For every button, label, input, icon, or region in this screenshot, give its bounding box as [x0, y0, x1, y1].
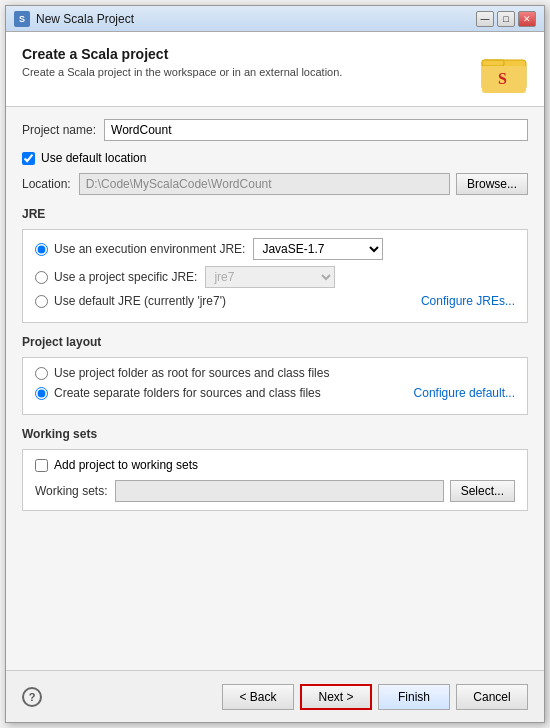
add-working-sets-checkbox[interactable] — [35, 459, 48, 472]
default-location-row: Use default location — [22, 151, 528, 165]
configure-default-link[interactable]: Configure default... — [414, 386, 515, 400]
jre-section-box: Use an execution environment JRE: JavaSE… — [22, 229, 528, 323]
add-working-sets-row: Add project to working sets — [35, 458, 515, 472]
layout-separate-row: Create separate folders for sources and … — [35, 386, 515, 400]
window-controls: — □ ✕ — [476, 11, 536, 27]
jre-env-radio[interactable] — [35, 243, 48, 256]
jre-env-dropdown[interactable]: JavaSE-1.7 JavaSE-1.6 JavaSE-1.8 — [253, 238, 383, 260]
maximize-button[interactable]: □ — [497, 11, 515, 27]
jre-specific-row: Use a project specific JRE: jre7 — [35, 266, 515, 288]
location-input[interactable] — [79, 173, 450, 195]
jre-default-label: Use default JRE (currently 'jre7') — [54, 294, 226, 308]
project-name-row: Project name: — [22, 119, 528, 141]
jre-env-label: Use an execution environment JRE: — [54, 242, 245, 256]
location-label: Location: — [22, 177, 71, 191]
configure-jres-link[interactable]: Configure JREs... — [421, 294, 515, 308]
jre-specific-dropdown[interactable]: jre7 — [205, 266, 335, 288]
jre-specific-label: Use a project specific JRE: — [54, 270, 197, 284]
working-sets-title: Working sets — [22, 427, 528, 441]
working-sets-input[interactable] — [115, 480, 443, 502]
project-name-label: Project name: — [22, 123, 96, 137]
footer-left: ? — [22, 687, 42, 707]
content-area: Project name: Use default location Locat… — [6, 107, 544, 670]
working-sets-field-row: Working sets: Select... — [35, 480, 515, 502]
browse-button[interactable]: Browse... — [456, 173, 528, 195]
jre-env-row: Use an execution environment JRE: JavaSE… — [35, 238, 515, 260]
select-button[interactable]: Select... — [450, 480, 515, 502]
finish-button[interactable]: Finish — [378, 684, 450, 710]
layout-root-label: Use project folder as root for sources a… — [54, 366, 329, 380]
layout-separate-label: Create separate folders for sources and … — [54, 386, 321, 400]
jre-default-radio[interactable] — [35, 295, 48, 308]
use-default-location-checkbox[interactable] — [22, 152, 35, 165]
title-bar: S New Scala Project — □ ✕ — [6, 6, 544, 32]
minimize-button[interactable]: — — [476, 11, 494, 27]
back-button[interactable]: < Back — [222, 684, 294, 710]
add-working-sets-label: Add project to working sets — [54, 458, 198, 472]
working-sets-label: Working sets: — [35, 484, 107, 498]
working-sets-box: Add project to working sets Working sets… — [22, 449, 528, 511]
location-row: Location: Browse... — [22, 173, 528, 195]
scala-folder-icon: S — [480, 46, 528, 94]
header-description: Create a Scala project in the workspace … — [22, 66, 342, 78]
header-text: Create a Scala project Create a Scala pr… — [22, 46, 342, 78]
svg-text:S: S — [498, 70, 507, 87]
project-name-input[interactable] — [104, 119, 528, 141]
jre-default-row: Use default JRE (currently 'jre7') Confi… — [35, 294, 515, 308]
jre-section-title: JRE — [22, 207, 528, 221]
footer-buttons: < Back Next > Finish Cancel — [222, 684, 528, 710]
close-button[interactable]: ✕ — [518, 11, 536, 27]
layout-root-row: Use project folder as root for sources a… — [35, 366, 515, 380]
footer: ? < Back Next > Finish Cancel — [6, 670, 544, 722]
layout-root-radio[interactable] — [35, 367, 48, 380]
use-default-location-label: Use default location — [41, 151, 146, 165]
project-layout-title: Project layout — [22, 335, 528, 349]
svg-rect-1 — [482, 60, 504, 66]
cancel-button[interactable]: Cancel — [456, 684, 528, 710]
jre-specific-radio[interactable] — [35, 271, 48, 284]
next-button[interactable]: Next > — [300, 684, 372, 710]
header-section: Create a Scala project Create a Scala pr… — [6, 32, 544, 107]
window-title: New Scala Project — [36, 12, 476, 26]
layout-separate-radio[interactable] — [35, 387, 48, 400]
project-layout-box: Use project folder as root for sources a… — [22, 357, 528, 415]
main-window: S New Scala Project — □ ✕ Create a Scala… — [5, 5, 545, 723]
window-icon: S — [14, 11, 30, 27]
help-button[interactable]: ? — [22, 687, 42, 707]
header-title: Create a Scala project — [22, 46, 342, 62]
